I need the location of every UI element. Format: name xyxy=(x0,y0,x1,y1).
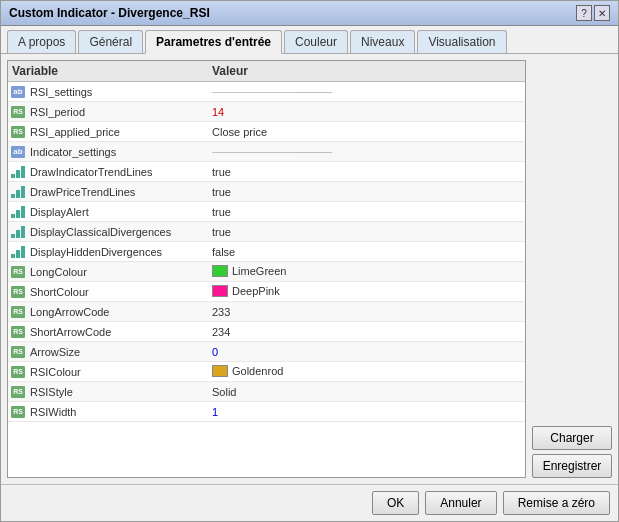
row-variable: RSI_period xyxy=(28,105,208,119)
table-row[interactable]: RS RSI_period 14 xyxy=(8,102,525,122)
row-variable: RSI_applied_price xyxy=(28,125,208,139)
tab-bar: A propos Général Parametres d'entrée Cou… xyxy=(1,26,618,54)
row-variable: Indicator_settings xyxy=(28,145,208,159)
row-icon-rsi: RS xyxy=(8,386,28,398)
svg-rect-0 xyxy=(11,174,15,178)
row-icon-ab: ab xyxy=(8,146,28,158)
content-area: Variable Valeur ab RSI_settings --------… xyxy=(1,54,618,484)
svg-rect-13 xyxy=(16,250,20,258)
table-row[interactable]: RS RSIWidth 1 xyxy=(8,402,525,422)
row-value: ----------------------------------------… xyxy=(208,86,525,98)
table-row[interactable]: ab RSI_settings ------------------------… xyxy=(8,82,525,102)
col-value: Valeur xyxy=(212,64,521,78)
trend-icon xyxy=(11,206,25,218)
table-row[interactable]: DrawPriceTrendLines true xyxy=(8,182,525,202)
title-bar-buttons: ? ✕ xyxy=(576,5,610,21)
col-variable: Variable xyxy=(12,64,212,78)
params-table: Variable Valeur ab RSI_settings --------… xyxy=(7,60,526,478)
trend-icon xyxy=(11,246,25,258)
row-value: ----------------------------------------… xyxy=(208,146,525,158)
side-buttons: Charger Enregistrer xyxy=(532,60,612,478)
help-button[interactable]: ? xyxy=(576,5,592,21)
svg-rect-3 xyxy=(11,194,15,198)
tab-niveaux[interactable]: Niveaux xyxy=(350,30,415,53)
table-row[interactable]: RS RSIStyle Solid xyxy=(8,382,525,402)
color-swatch: LimeGreen xyxy=(212,265,286,277)
table-body: ab RSI_settings ------------------------… xyxy=(8,82,525,477)
row-variable: RSIColour xyxy=(28,365,208,379)
tab-couleur[interactable]: Couleur xyxy=(284,30,348,53)
color-swatch: Goldenrod xyxy=(212,365,283,377)
color-box xyxy=(212,365,228,377)
row-variable: DisplayHiddenDivergences xyxy=(28,245,208,259)
tab-apropos[interactable]: A propos xyxy=(7,30,76,53)
svg-rect-14 xyxy=(21,246,25,258)
svg-rect-10 xyxy=(16,230,20,238)
row-value: Solid xyxy=(208,385,525,399)
remise-button[interactable]: Remise a zéro xyxy=(503,491,610,515)
row-variable: DrawIndicatorTrendLines xyxy=(28,165,208,179)
row-icon-rsi: RS xyxy=(8,106,28,118)
svg-rect-4 xyxy=(16,190,20,198)
row-icon-rsi: RS xyxy=(8,366,28,378)
svg-rect-9 xyxy=(11,234,15,238)
table-row[interactable]: RS LongColour LimeGreen xyxy=(8,262,525,282)
footer: OK Annuler Remise a zéro xyxy=(1,484,618,521)
row-value: true xyxy=(208,225,525,239)
row-icon-rsi: RS xyxy=(8,346,28,358)
window-title: Custom Indicator - Divergence_RSI xyxy=(9,6,210,20)
color-box xyxy=(212,285,228,297)
row-variable: ShortArrowCode xyxy=(28,325,208,339)
svg-rect-8 xyxy=(21,206,25,218)
row-icon-rsi: RS xyxy=(8,406,28,418)
row-value: 0 xyxy=(208,345,525,359)
row-value: true xyxy=(208,185,525,199)
color-box xyxy=(212,265,228,277)
enregistrer-button[interactable]: Enregistrer xyxy=(532,454,612,478)
row-variable: ShortColour xyxy=(28,285,208,299)
row-variable: LongArrowCode xyxy=(28,305,208,319)
svg-rect-7 xyxy=(16,210,20,218)
table-row[interactable]: RS LongArrowCode 233 xyxy=(8,302,525,322)
title-bar: Custom Indicator - Divergence_RSI ? ✕ xyxy=(1,1,618,26)
row-value: 1 xyxy=(208,405,525,419)
ok-button[interactable]: OK xyxy=(372,491,419,515)
svg-rect-2 xyxy=(21,166,25,178)
table-row[interactable]: RS ShortColour DeepPink xyxy=(8,282,525,302)
table-row[interactable]: RS ShortArrowCode 234 xyxy=(8,322,525,342)
table-row[interactable]: RS RSIColour Goldenrod xyxy=(8,362,525,382)
table-row[interactable]: DisplayHiddenDivergences false xyxy=(8,242,525,262)
trend-icon xyxy=(11,226,25,238)
color-swatch: DeepPink xyxy=(212,285,280,297)
table-row[interactable]: ab Indicator_settings ------------------… xyxy=(8,142,525,162)
row-icon-trend xyxy=(8,246,28,258)
table-row[interactable]: RS ArrowSize 0 xyxy=(8,342,525,362)
main-window: Custom Indicator - Divergence_RSI ? ✕ A … xyxy=(0,0,619,522)
row-variable: RSI_settings xyxy=(28,85,208,99)
row-value: DeepPink xyxy=(208,284,525,300)
svg-rect-5 xyxy=(21,186,25,198)
row-value: LimeGreen xyxy=(208,264,525,280)
tab-params[interactable]: Parametres d'entrée xyxy=(145,30,282,54)
svg-rect-1 xyxy=(16,170,20,178)
row-icon-rsi: RS xyxy=(8,306,28,318)
row-value: 14 xyxy=(208,105,525,119)
row-variable: RSIStyle xyxy=(28,385,208,399)
table-header: Variable Valeur xyxy=(8,61,525,82)
row-variable: ArrowSize xyxy=(28,345,208,359)
row-icon-rsi: RS xyxy=(8,326,28,338)
annuler-button[interactable]: Annuler xyxy=(425,491,496,515)
row-value: true xyxy=(208,165,525,179)
row-icon-trend xyxy=(8,166,28,178)
tab-general[interactable]: Général xyxy=(78,30,143,53)
table-row[interactable]: DrawIndicatorTrendLines true xyxy=(8,162,525,182)
table-row[interactable]: DisplayAlert true xyxy=(8,202,525,222)
close-button[interactable]: ✕ xyxy=(594,5,610,21)
tab-visu[interactable]: Visualisation xyxy=(417,30,506,53)
row-value: 233 xyxy=(208,305,525,319)
table-row[interactable]: DisplayClassicalDivergences true xyxy=(8,222,525,242)
row-variable: RSIWidth xyxy=(28,405,208,419)
charger-button[interactable]: Charger xyxy=(532,426,612,450)
svg-rect-6 xyxy=(11,214,15,218)
table-row[interactable]: RS RSI_applied_price Close price xyxy=(8,122,525,142)
